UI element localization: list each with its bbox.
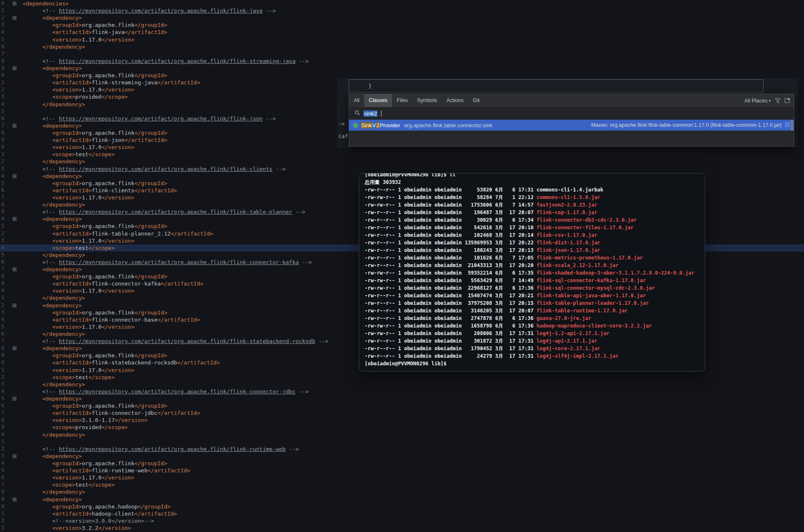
- editor-line[interactable]: 2 </dependency>: [0, 158, 804, 165]
- gutter: 7: [0, 122, 19, 129]
- fold-marker-icon[interactable]: [13, 267, 16, 271]
- editor-line[interactable]: 2 <scope>test</scope>: [0, 374, 804, 381]
- all-places-dropdown[interactable]: All Places ▾: [744, 98, 771, 104]
- gutter: 5: [0, 252, 19, 259]
- editor-line[interactable]: 4 <groupId>org.apache.flink</groupId>: [0, 460, 804, 467]
- editor-line[interactable]: 9 <scope>provided</scope>: [0, 424, 804, 431]
- editor-line[interactable]: 1 <scope>test</scope>: [0, 151, 804, 158]
- tab-all[interactable]: All: [349, 94, 364, 107]
- editor-line[interactable]: 2 <!-- https://mvnrepository.com/artifac…: [0, 446, 804, 453]
- terminal-window[interactable]: [obeiadmin@PVVMON0296 lib]$ ll总用量 303932…: [359, 173, 705, 372]
- editor-line[interactable]: 1 <!-- https://mvnrepository.com/artifac…: [0, 7, 804, 14]
- editor-line[interactable]: 1 <artifactId>hadoop-client</artifactId>: [0, 510, 804, 517]
- code-text: <artifactId>flink-java</artifactId>: [19, 29, 167, 36]
- editor-line[interactable]: 1: [0, 438, 804, 446]
- gutter: 4: [0, 460, 19, 467]
- file-name: commons-cli-1.4.jarbak: [536, 187, 603, 193]
- fold-marker-icon[interactable]: [13, 66, 16, 70]
- editor-line[interactable]: 7 <artifactId>flink-connector-jdbc</arti…: [0, 409, 804, 417]
- code-text: <dependency>: [19, 302, 82, 309]
- line-number: 6: [0, 115, 6, 122]
- editor-line[interactable]: 6 </dependency>: [0, 43, 804, 50]
- terminal-file-row: -rw-rw-r-- 1 obeiadmin obeiadmin 1658798…: [365, 322, 699, 330]
- terminal-total: 总用量 303932: [365, 178, 699, 186]
- editor-line[interactable]: 3 <!-- https://mvnrepository.com/artifac…: [0, 165, 804, 173]
- fold-marker-icon[interactable]: [13, 16, 16, 20]
- line-number: 7: [0, 122, 6, 129]
- editor-line[interactable]: 3 <groupId>org.apache.flink</groupId>: [0, 21, 804, 29]
- tab-git[interactable]: Git: [468, 94, 484, 107]
- editor-line[interactable]: 4 <!-- https://mvnrepository.com/artifac…: [0, 388, 804, 395]
- editor-line[interactable]: 5 <dependency>: [0, 395, 804, 402]
- editor-line[interactable]: 7 <scope>test</scope>: [0, 481, 804, 488]
- tab-symbols[interactable]: Symbols: [413, 94, 442, 107]
- editor-line[interactable]: 3 <version>3.2.2</version>: [0, 524, 804, 532]
- editor-line[interactable]: 2 <!--<version>3.0.0</version>-->: [0, 517, 804, 524]
- fold-marker-icon[interactable]: [13, 397, 16, 401]
- line-number: 4: [0, 460, 6, 467]
- editor-line[interactable]: 0 <dependencies>: [0, 0, 804, 7]
- editor-line[interactable]: 8 </dependency>: [0, 488, 804, 495]
- code-text: <artifactId>flink-connector-jdbc</artifa…: [19, 409, 200, 417]
- filter-icon[interactable]: [775, 98, 780, 103]
- fold-marker-icon[interactable]: [13, 217, 16, 221]
- file-name: flink-cep-1.17.0.jar: [536, 210, 597, 215]
- tab-classes[interactable]: Classes: [364, 94, 392, 107]
- terminal-file-row: -rw-r--r-- 1 obeiadmin obeiadmin 301872 …: [365, 337, 699, 345]
- line-number: 6: [0, 330, 6, 338]
- editor-line[interactable]: 5 <version>1.17.0</version>: [0, 36, 804, 43]
- gutter: 6: [0, 402, 19, 409]
- fold-marker-icon[interactable]: [13, 124, 16, 128]
- scrollbar-thumb[interactable]: [791, 121, 793, 131]
- gutter: 6: [0, 187, 19, 194]
- line-number: 8: [0, 417, 6, 424]
- code-text: </dependency>: [19, 294, 85, 301]
- gutter: 0: [0, 287, 19, 294]
- code-text: </dependency>: [19, 101, 85, 108]
- editor-line[interactable]: 4 <artifactId>flink-java</artifactId>: [0, 29, 804, 36]
- editor-line[interactable]: 7: [0, 50, 804, 58]
- line-number: 7: [0, 194, 6, 201]
- code-text: <artifactId>flink-table-planner_2.12</ar…: [19, 230, 213, 237]
- fold-marker-icon[interactable]: [13, 454, 16, 458]
- editor-line[interactable]: 0 </dependency>: [0, 431, 804, 438]
- editor-line[interactable]: 6 <groupId>org.apache.flink</groupId>: [0, 402, 804, 409]
- file-name: flink-scala_2.12-1.17.0.jar: [536, 262, 618, 268]
- line-number: 9: [0, 208, 6, 215]
- editor-line[interactable]: 3 </dependency>: [0, 381, 804, 388]
- tab-files[interactable]: Files: [392, 94, 412, 107]
- editor-line[interactable]: 9 <dependency>: [0, 65, 804, 72]
- fold-marker-icon[interactable]: [13, 174, 16, 178]
- editor-line[interactable]: 8 <!-- https://mvnrepository.com/artifac…: [0, 58, 804, 65]
- search-field[interactable]: sink2: [349, 107, 794, 120]
- line-number: 0: [0, 72, 6, 79]
- open-in-find-window-icon[interactable]: [785, 98, 790, 103]
- editor-line[interactable]: 5 <artifactId>flink-runtime-web</artifac…: [0, 467, 804, 474]
- editor-line[interactable]: 8 <version>3.1.0-1.17</version>: [0, 417, 804, 424]
- gutter: 0: [0, 0, 19, 7]
- editor-line[interactable]: 2 <dependency>: [0, 14, 804, 21]
- file-name: hadoop-mapreduce-client-core-3.2.2.jar: [536, 323, 652, 329]
- editor-line[interactable]: 0 <groupId>org.apache.hadoop</groupId>: [0, 503, 804, 510]
- line-number: 9: [0, 65, 6, 72]
- fold-marker-icon[interactable]: [13, 346, 16, 350]
- line-number: 8: [0, 488, 6, 495]
- code-text: <!-- https://mvnrepository.com/artifact/…: [19, 338, 328, 345]
- fold-marker-icon[interactable]: [13, 2, 16, 5]
- fold-marker-icon[interactable]: [13, 498, 16, 501]
- fold-marker-icon[interactable]: [13, 304, 16, 307]
- editor-line[interactable]: 3 <dependency>: [0, 453, 804, 460]
- line-number: 9: [0, 496, 6, 503]
- line-number: 7: [0, 50, 6, 58]
- line-number: 4: [0, 244, 6, 252]
- code-text: <groupId>org.apache.flink</groupId>: [19, 223, 167, 230]
- editor-line[interactable]: 6 <version>1.17.0</version>: [0, 474, 804, 481]
- tab-actions[interactable]: Actions: [442, 94, 468, 107]
- code-text: </dependency>: [19, 381, 85, 388]
- editor-line[interactable]: 9 <dependency>: [0, 496, 804, 503]
- line-number: 0: [0, 431, 6, 438]
- code-text: <groupId>org.apache.flink</groupId>: [19, 402, 167, 409]
- search-result-row[interactable]: SinkV2Provider org.apache.flink.table.co…: [349, 120, 794, 131]
- class-icon: [353, 123, 358, 128]
- terminal-file-row: -rw-rw-r-- 1 obeiadmin obeiadmin 5935221…: [365, 269, 699, 277]
